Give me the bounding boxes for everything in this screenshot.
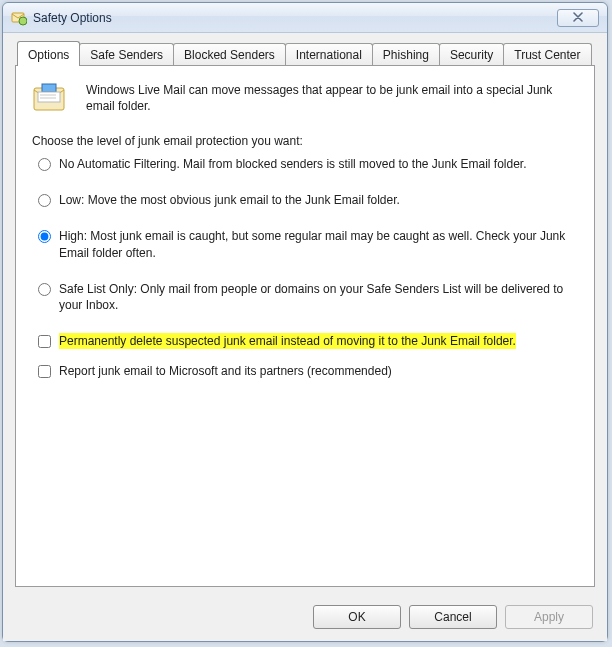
checkbox-perm-delete[interactable]	[38, 335, 51, 348]
radio-low[interactable]	[38, 194, 51, 207]
svg-rect-4	[38, 92, 60, 102]
option-safe-list-only[interactable]: Safe List Only: Only mail from people or…	[38, 281, 578, 313]
choose-label: Choose the level of junk email protectio…	[32, 134, 578, 148]
mail-safety-icon	[11, 10, 27, 26]
close-button[interactable]	[557, 9, 599, 27]
tab-international[interactable]: International	[285, 43, 373, 66]
tab-label: Phishing	[383, 48, 429, 62]
cancel-button[interactable]: Cancel	[409, 605, 497, 629]
option-low[interactable]: Low: Move the most obvious junk email to…	[38, 192, 578, 208]
content-area: Options Safe Senders Blocked Senders Int…	[3, 33, 607, 595]
option-no-filtering[interactable]: No Automatic Filtering. Mail from blocke…	[38, 156, 578, 172]
option-label: No Automatic Filtering. Mail from blocke…	[59, 156, 527, 172]
radio-high[interactable]	[38, 230, 51, 243]
option-high[interactable]: High: Most junk email is caught, but som…	[38, 228, 578, 260]
perm-delete-label: Permanently delete suspected junk email …	[59, 333, 516, 349]
checkbox-report[interactable]	[38, 365, 51, 378]
perm-delete-row[interactable]: Permanently delete suspected junk email …	[38, 333, 578, 349]
report-label: Report junk email to Microsoft and its p…	[59, 363, 392, 379]
junk-mail-icon	[32, 82, 72, 116]
tab-label: Security	[450, 48, 493, 62]
safety-options-window: Safety Options Options Safe Senders Bloc…	[2, 2, 608, 642]
option-label: High: Most junk email is caught, but som…	[59, 228, 578, 260]
tab-label: International	[296, 48, 362, 62]
tab-strip: Options Safe Senders Blocked Senders Int…	[15, 43, 595, 66]
option-label: Safe List Only: Only mail from people or…	[59, 281, 578, 313]
tab-security[interactable]: Security	[439, 43, 504, 66]
tab-options[interactable]: Options	[17, 41, 80, 66]
tab-label: Trust Center	[514, 48, 580, 62]
tab-label: Blocked Senders	[184, 48, 275, 62]
ok-button[interactable]: OK	[313, 605, 401, 629]
report-row[interactable]: Report junk email to Microsoft and its p…	[38, 363, 578, 379]
radio-no-filtering[interactable]	[38, 158, 51, 171]
tab-phishing[interactable]: Phishing	[372, 43, 440, 66]
apply-button[interactable]: Apply	[505, 605, 593, 629]
svg-point-1	[19, 17, 27, 25]
protection-level-group: No Automatic Filtering. Mail from blocke…	[38, 156, 578, 313]
tab-label: Options	[28, 48, 69, 62]
svg-rect-3	[42, 84, 56, 92]
window-title: Safety Options	[33, 11, 112, 25]
intro-row: Windows Live Mail can move messages that…	[32, 82, 578, 116]
tab-label: Safe Senders	[90, 48, 163, 62]
tab-trust-center[interactable]: Trust Center	[503, 43, 591, 66]
option-label: Low: Move the most obvious junk email to…	[59, 192, 400, 208]
intro-text: Windows Live Mail can move messages that…	[86, 82, 578, 114]
dialog-buttons: OK Cancel Apply	[3, 595, 607, 641]
tab-panel-options: Windows Live Mail can move messages that…	[15, 65, 595, 587]
close-icon	[572, 12, 584, 24]
titlebar: Safety Options	[3, 3, 607, 33]
tab-blocked-senders[interactable]: Blocked Senders	[173, 43, 286, 66]
tab-safe-senders[interactable]: Safe Senders	[79, 43, 174, 66]
radio-safe-list[interactable]	[38, 283, 51, 296]
